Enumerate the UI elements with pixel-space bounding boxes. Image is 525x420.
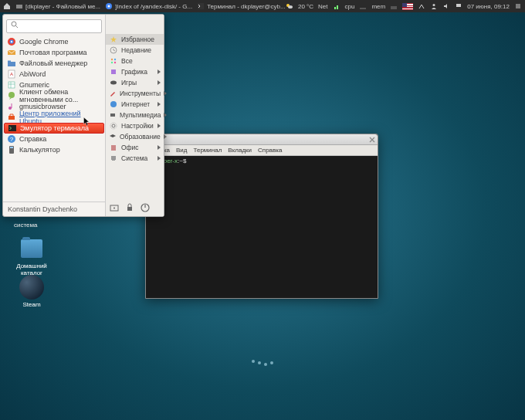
category-system[interactable]: Система: [106, 153, 164, 164]
software-center-icon: [7, 113, 16, 122]
terminal-body[interactable]: r@cyber-x:~$: [146, 156, 378, 298]
graphics-icon: [109, 67, 118, 76]
category-label: Все: [121, 57, 133, 65]
menu-item-label: AbiWord: [19, 70, 46, 78]
menu-item-files[interactable]: Файловый менеджер: [3, 58, 105, 69]
category-label: Образование: [120, 133, 161, 141]
panel-right: 20 °C Net cpu mem 07 июня, 09:12: [286, 2, 525, 10]
svg-point-40: [110, 81, 117, 85]
svg-point-12: [12, 22, 16, 26]
terminal-menu-terminal[interactable]: Терминал: [194, 147, 222, 154]
category-label: Недавние: [121, 46, 151, 54]
svg-point-44: [110, 123, 117, 129]
calculator-icon: [7, 145, 16, 154]
category-label: Мультимедиа: [120, 111, 161, 119]
menu-item-calculator[interactable]: Калькулятор: [3, 144, 105, 155]
search-input[interactable]: [6, 19, 102, 33]
volume-icon[interactable]: [442, 2, 450, 10]
folder-icon: [19, 236, 44, 261]
taskbar-item-label: [dkplayer - Файловый ме...: [25, 3, 100, 10]
close-icon[interactable]: [369, 137, 375, 143]
taskbar-item-label: Терминал - dkplayer@cyb...: [207, 3, 285, 10]
svg-point-2: [108, 5, 110, 8]
svg-rect-28: [8, 116, 15, 120]
search-icon: [10, 20, 19, 29]
menu-item-help[interactable]: ? Справка: [3, 134, 105, 144]
clock-icon: [109, 46, 118, 55]
workspace-pager[interactable]: [252, 361, 273, 364]
panel-left: [dkplayer - Файловый ме... ]Index of /ya…: [0, 2, 286, 10]
desktop-icon-steam[interactable]: Steam: [12, 275, 51, 308]
notification-icon[interactable]: [455, 2, 462, 10]
category-graphics[interactable]: Графика: [106, 66, 164, 77]
network-icon[interactable]: [418, 2, 425, 10]
svg-point-43: [112, 124, 115, 127]
terminal-prompt-path: :~$: [178, 158, 186, 164]
svg-line-13: [16, 26, 19, 29]
settings-icon[interactable]: [109, 202, 120, 213]
menu-icon[interactable]: [514, 2, 522, 10]
svg-point-16: [11, 41, 12, 42]
taskbar-item-terminal[interactable]: Терминал - dkplayer@cyb...: [197, 2, 285, 10]
svg-rect-33: [10, 147, 13, 148]
taskbar-item-browser[interactable]: ]Index of /yandex-disk/ - G...: [105, 2, 192, 10]
menu-item-mail[interactable]: Почтовая программа: [3, 47, 105, 58]
svg-rect-9: [391, 6, 397, 9]
multimedia-icon: [109, 110, 117, 120]
menu-item-chrome[interactable]: Google Chrome: [3, 36, 105, 47]
lock-icon[interactable]: [124, 202, 135, 213]
terminal-titlebar[interactable]: [146, 134, 378, 145]
category-multimedia[interactable]: Мультимедиа: [106, 110, 164, 120]
svg-rect-6: [334, 7, 336, 9]
svg-point-38: [114, 62, 116, 63]
category-games[interactable]: Игры: [106, 77, 164, 88]
svg-rect-8: [360, 8, 366, 9]
home-icon[interactable]: [3, 2, 11, 10]
datetime-label: 07 июня, 09:12: [467, 3, 510, 10]
keyboard-layout-icon[interactable]: [402, 3, 413, 10]
svg-rect-39: [111, 69, 116, 74]
abiword-icon: A: [7, 69, 16, 79]
globe-icon: [109, 100, 118, 109]
svg-text:A: A: [10, 72, 13, 76]
desktop-icon-home[interactable]: Домашний каталог: [12, 236, 51, 276]
menu-item-abiword[interactable]: A AbiWord: [3, 69, 105, 80]
taskbar-item-filemanager[interactable]: [dkplayer - Файловый ме...: [15, 2, 100, 10]
tools-icon: [109, 89, 117, 98]
chevron-right-icon: [158, 156, 161, 161]
svg-point-49: [113, 208, 115, 209]
power-icon[interactable]: [140, 202, 151, 213]
terminal-menu-view[interactable]: Вид: [176, 147, 187, 154]
category-label: Игры: [121, 79, 137, 86]
category-label: Система: [121, 154, 147, 162]
mem-label: mem: [371, 3, 385, 10]
category-favorites[interactable]: Избранное: [106, 34, 164, 45]
category-internet[interactable]: Интернет: [106, 99, 164, 110]
folder-icon: [7, 59, 16, 68]
category-all[interactable]: Все: [106, 56, 164, 66]
category-label: Офис: [121, 144, 139, 151]
svg-point-35: [111, 59, 113, 60]
steam-icon: [19, 275, 44, 300]
category-settings[interactable]: Настройки: [106, 120, 164, 131]
svg-point-26: [8, 107, 12, 110]
chevron-right-icon: [158, 145, 161, 150]
category-tools[interactable]: Инструменты: [106, 88, 164, 99]
svg-point-25: [8, 92, 15, 98]
terminal-menu-tabs[interactable]: Вкладки: [228, 147, 252, 154]
menu-item-im[interactable]: Клиент обмена мгновенными со...: [3, 90, 105, 101]
chevron-right-icon: [158, 102, 161, 107]
weather-icon[interactable]: [286, 2, 293, 10]
menu-item-label: Google Chrome: [19, 38, 69, 46]
menu-right-column: Избранное Недавние Все Графика Игры Инст…: [106, 15, 164, 216]
user-icon[interactable]: [430, 2, 438, 10]
chrome-icon: [105, 2, 113, 10]
cpu-label: cpu: [345, 3, 355, 10]
category-recent[interactable]: Недавние: [106, 45, 164, 56]
category-label: Инструменты: [120, 90, 161, 97]
category-education[interactable]: Образование: [106, 131, 164, 142]
category-office[interactable]: Офис: [106, 142, 164, 153]
terminal-menu-help[interactable]: Справка: [258, 147, 282, 154]
terminal-window: Правка Вид Терминал Вкладки Справка r@cy…: [145, 134, 378, 299]
menu-user-label: Konstantin Dyachenko: [8, 205, 77, 213]
